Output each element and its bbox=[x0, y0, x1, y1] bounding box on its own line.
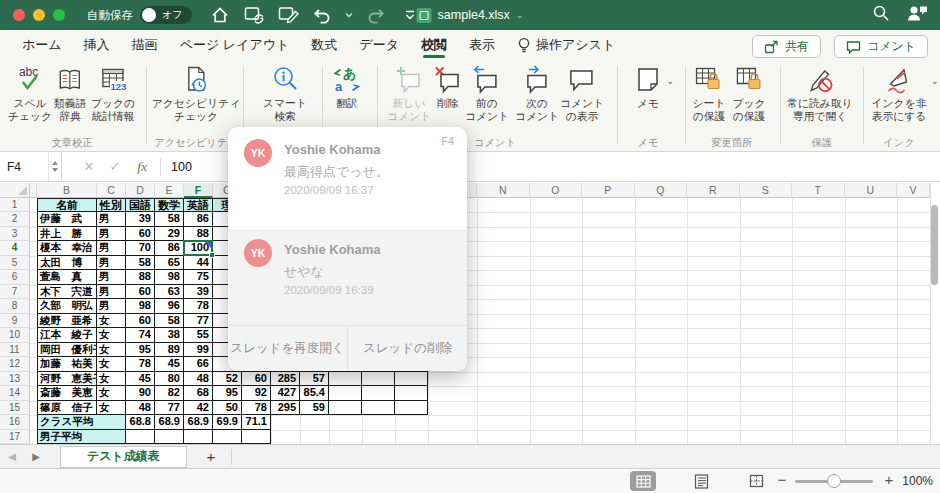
tab-表示[interactable]: 表示 bbox=[469, 30, 495, 60]
reopen-thread-button[interactable]: スレッドを再度開く bbox=[228, 326, 347, 371]
column-header-S[interactable]: S bbox=[740, 183, 793, 198]
cell-E10[interactable]: 38 bbox=[155, 328, 184, 342]
edit-document-icon[interactable] bbox=[276, 4, 300, 26]
cell-E8[interactable]: 96 bbox=[155, 299, 184, 313]
zoom-in-button[interactable]: + bbox=[881, 471, 897, 488]
cell-E7[interactable]: 63 bbox=[155, 285, 184, 299]
cell-F13[interactable]: 48 bbox=[184, 372, 213, 386]
cell-F12[interactable]: 66 bbox=[184, 357, 213, 371]
ribbon-button-workbook-stats[interactable]: 123ブックの 統計情報 bbox=[91, 65, 135, 122]
cell-D7[interactable]: 60 bbox=[126, 285, 155, 299]
share-button[interactable]: 共有 bbox=[752, 35, 821, 58]
name-box[interactable]: F4 bbox=[0, 152, 62, 181]
column-header-O[interactable]: O bbox=[530, 183, 583, 198]
cell-B1[interactable]: 名前 bbox=[37, 198, 97, 212]
cell-C6[interactable]: 男 bbox=[97, 270, 126, 284]
cell-C11[interactable]: 女 bbox=[97, 343, 126, 357]
column-header-U[interactable]: U bbox=[845, 183, 898, 198]
ribbon-button-spell-check[interactable]: abcスペル チェック bbox=[8, 65, 52, 122]
ribbon-button-protect-workbook[interactable]: ブック の保護 bbox=[732, 65, 765, 122]
cell-F5[interactable]: 44 bbox=[184, 256, 213, 270]
cell-C14[interactable]: 女 bbox=[97, 386, 126, 400]
cell-F6[interactable]: 75 bbox=[184, 270, 213, 284]
ribbon-button-hide-ink[interactable]: ⌄インクを非 表示にする bbox=[872, 65, 927, 122]
select-all-corner[interactable] bbox=[0, 183, 30, 198]
cell-E14[interactable]: 82 bbox=[155, 386, 184, 400]
cell-E4[interactable]: 86 bbox=[155, 241, 184, 255]
chevron-down-icon[interactable]: ⌄ bbox=[931, 75, 939, 88]
cell-D12[interactable]: 78 bbox=[126, 357, 155, 371]
cell-M13[interactable] bbox=[395, 372, 428, 386]
cell-M14[interactable] bbox=[395, 386, 428, 400]
cell-B17[interactable]: 男子平均 bbox=[37, 430, 126, 444]
cell-D11[interactable]: 95 bbox=[126, 343, 155, 357]
cell-E17[interactable] bbox=[155, 430, 184, 444]
cell-F2[interactable]: 86 bbox=[184, 212, 213, 226]
cell-I15[interactable]: 295 bbox=[271, 401, 300, 415]
cell-F10[interactable]: 55 bbox=[184, 328, 213, 342]
cell-C7[interactable]: 男 bbox=[97, 285, 126, 299]
cell-B3[interactable]: 井上 勝 bbox=[37, 227, 97, 241]
cell-C15[interactable]: 女 bbox=[97, 401, 126, 415]
formula-input[interactable]: 100 bbox=[165, 160, 192, 174]
page-layout-view-button[interactable] bbox=[688, 471, 714, 491]
comments-button[interactable]: コメント bbox=[834, 35, 928, 58]
row-header-7[interactable]: 7 bbox=[0, 285, 30, 299]
tab-数式[interactable]: 数式 bbox=[311, 30, 337, 60]
column-header-V[interactable]: V bbox=[897, 183, 930, 198]
column-header-F[interactable]: F bbox=[184, 183, 213, 198]
cell-B4[interactable]: 榎本 幸治 bbox=[37, 241, 97, 255]
ribbon-button-translate[interactable]: あa翻訳 bbox=[332, 65, 362, 110]
ribbon-button-accessibility-check[interactable]: アクセシビリティ チェック bbox=[152, 65, 240, 122]
cell-D2[interactable]: 39 bbox=[126, 212, 155, 226]
cell-D4[interactable]: 70 bbox=[126, 241, 155, 255]
column-header-Q[interactable]: Q bbox=[635, 183, 688, 198]
row-header-4[interactable]: 4 bbox=[0, 241, 30, 255]
cell-L14[interactable] bbox=[362, 386, 395, 400]
add-sheet-button[interactable]: + bbox=[201, 448, 221, 465]
search-icon[interactable] bbox=[872, 4, 890, 26]
name-box-spinner[interactable] bbox=[48, 152, 61, 181]
home-icon[interactable] bbox=[208, 4, 232, 26]
column-header-E[interactable]: E bbox=[155, 183, 184, 198]
tab-ホーム[interactable]: ホーム bbox=[22, 30, 62, 60]
cancel-entry-icon[interactable]: ✕ bbox=[76, 159, 102, 174]
cell-J13[interactable]: 57 bbox=[300, 372, 329, 386]
cell-C8[interactable]: 男 bbox=[97, 299, 126, 313]
cell-D13[interactable]: 45 bbox=[126, 372, 155, 386]
cell-E2[interactable]: 58 bbox=[155, 212, 184, 226]
cell-D1[interactable]: 国語 bbox=[126, 198, 155, 212]
cell-F17[interactable] bbox=[184, 430, 213, 444]
zoom-slider-thumb[interactable] bbox=[827, 474, 841, 488]
cell-J14[interactable]: 85.4 bbox=[300, 386, 329, 400]
cell-I13[interactable]: 285 bbox=[271, 372, 300, 386]
sheet-tab-active[interactable]: テスト成績表 bbox=[60, 446, 187, 468]
row-header-14[interactable]: 14 bbox=[0, 386, 30, 400]
row-header-3[interactable]: 3 bbox=[0, 227, 30, 241]
cell-C13[interactable]: 女 bbox=[97, 372, 126, 386]
cell-D6[interactable]: 88 bbox=[126, 270, 155, 284]
vertical-scrollbar-thumb[interactable] bbox=[931, 205, 938, 285]
cell-F15[interactable]: 42 bbox=[184, 401, 213, 415]
cell-D9[interactable]: 60 bbox=[126, 314, 155, 328]
cell-E9[interactable]: 58 bbox=[155, 314, 184, 328]
undo-icon[interactable] bbox=[310, 4, 334, 26]
cell-B13[interactable]: 河野 恵美子 bbox=[37, 372, 97, 386]
ribbon-button-next-comment[interactable]: 次の コメント bbox=[515, 65, 559, 122]
cell-F16[interactable]: 68.9 bbox=[184, 415, 213, 429]
row-header-1[interactable]: 1 bbox=[0, 198, 30, 212]
cell-F7[interactable]: 39 bbox=[184, 285, 213, 299]
prev-sheet-icon[interactable]: ◀ bbox=[0, 451, 24, 462]
cell-D17[interactable] bbox=[126, 430, 155, 444]
cell-F1[interactable]: 英語 bbox=[184, 198, 213, 212]
cell-D8[interactable]: 98 bbox=[126, 299, 155, 313]
cell-F11[interactable]: 99 bbox=[184, 343, 213, 357]
row-header-15[interactable]: 15 bbox=[0, 401, 30, 415]
cell-B6[interactable]: 萱島 真 bbox=[37, 270, 97, 284]
column-header-D[interactable]: D bbox=[126, 183, 155, 198]
cell-E15[interactable]: 77 bbox=[155, 401, 184, 415]
cell-E1[interactable]: 数学 bbox=[155, 198, 184, 212]
cell-B9[interactable]: 綾野 亜希 bbox=[37, 314, 97, 328]
ribbon-button-note[interactable]: ⌄メモ bbox=[634, 65, 662, 110]
next-sheet-icon[interactable]: ▶ bbox=[24, 451, 48, 462]
